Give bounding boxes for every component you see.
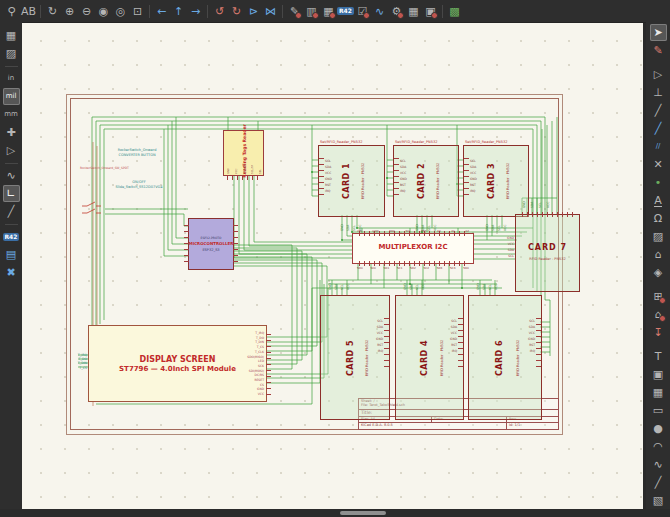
hidden-pins-icon[interactable]: ▷	[3, 142, 20, 159]
grid-overrides-icon[interactable]: ▨	[3, 45, 20, 62]
annotate-auto-icon[interactable]: R42	[3, 228, 20, 245]
text-icon[interactable]: T	[650, 348, 667, 365]
new-hier-sheet-icon[interactable]: ⊞	[650, 288, 667, 305]
net-label-icon[interactable]: A	[650, 192, 667, 209]
zoom-fit-page-icon[interactable]: ◉	[95, 3, 112, 20]
schematic-canvas[interactable]: Reading Tags Reader GNDVCCSDA/RXSCL/TXSE…	[22, 22, 643, 509]
line-icon[interactable]: ╱	[650, 474, 667, 491]
junction-icon[interactable]: •	[650, 174, 667, 191]
multiplexor-top-pins	[359, 231, 467, 236]
zoom-in-icon: ⊕	[65, 6, 74, 17]
badge-dot	[659, 315, 666, 322]
card-sheet-5[interactable]: CARD 5RFID Reader - PN532SCLSDAVCCGNDRST…	[320, 295, 390, 420]
card-sheet-7[interactable]: CARD 7RFID Reader - PN532GNDVCCSDASCL	[515, 214, 580, 292]
properties-panel-icon[interactable]: ✖	[3, 264, 20, 281]
no-connect-icon[interactable]: ✕	[650, 156, 667, 173]
bus-label-cluster: GNDSDASCLVCC	[403, 278, 425, 290]
units-inch-button[interactable]: in	[3, 70, 20, 87]
pin-label: VCC	[235, 165, 238, 174]
global-label-icon[interactable]: ◈	[650, 264, 667, 281]
nav-up-icon[interactable]: ↑	[170, 3, 187, 20]
draw-bus-icon: ╱	[655, 123, 662, 134]
image-icon[interactable]: ▧	[650, 492, 667, 509]
library-browser-icon[interactable]: ▥	[303, 3, 320, 20]
rotate-cw-icon[interactable]: ↻	[228, 3, 245, 20]
card-label: CARD 4	[420, 339, 429, 375]
switch-label-2-line2: Slide_Switch_SS12D07VG4	[108, 185, 170, 190]
rectangle-icon[interactable]: ▭	[650, 402, 667, 419]
line-mode-90-icon[interactable]: ∟	[3, 185, 20, 202]
microcontroller-symbol[interactable]: ESP32-PROTO MICROCONTROLLER ESP32_S3	[188, 218, 234, 270]
card-sheet-4[interactable]: CARD 4RFID Reader - PN532SCLSDAVCCGNDRST…	[395, 295, 464, 420]
nav-forward-icon[interactable]: →	[187, 3, 204, 20]
mirror-vertical-icon[interactable]: ⋈	[262, 3, 279, 20]
zoom-fit-objects-icon[interactable]: ◎	[112, 3, 129, 20]
line-mode-45-icon[interactable]: ╱	[3, 203, 20, 220]
arc-icon[interactable]: ◠	[650, 438, 667, 455]
toolbar-separator	[5, 66, 18, 67]
select-tool-icon[interactable]: ➤	[650, 24, 667, 41]
simulator-icon[interactable]: ∿	[371, 3, 388, 20]
bezier-icon[interactable]: ∿	[650, 456, 667, 473]
draw-bus-icon[interactable]: ╱	[650, 120, 667, 137]
find-replace-icon[interactable]: AB	[20, 3, 37, 20]
pin-label: IRQ	[528, 348, 535, 354]
symbol-fields-table-icon[interactable]: ▦	[320, 3, 337, 20]
line-mode-free-icon[interactable]: ∿	[3, 167, 20, 184]
erc-check-icon[interactable]: ☑	[354, 3, 371, 20]
zoom-selection-icon: ⊡	[133, 6, 142, 17]
hier-label-icon[interactable]: ⌂	[650, 246, 667, 263]
zoom-selection-icon[interactable]: ⊡	[129, 3, 146, 20]
assign-footprints-icon[interactable]: ▣	[422, 3, 439, 20]
sheet-pin-icon[interactable]: ⌂	[650, 306, 667, 323]
sim-tune-icon[interactable]: ⚙	[388, 3, 405, 20]
place-symbol-icon[interactable]: ▷	[650, 66, 667, 83]
place-power-icon[interactable]: ⊥	[650, 84, 667, 101]
display-title-line1: DISPLAY SCREEN	[140, 355, 216, 364]
card-left-pin-stubs	[394, 158, 399, 200]
table-icon[interactable]: ▦	[650, 384, 667, 401]
zoom-out-icon[interactable]: ⊖	[78, 3, 95, 20]
import-sheet-pin-icon[interactable]: ↧	[650, 324, 667, 341]
horizontal-scroll-thumb[interactable]	[340, 511, 386, 515]
zoom-in-icon[interactable]: ⊕	[61, 3, 78, 20]
annotate-icon[interactable]: R42	[337, 3, 354, 20]
open-pcb-editor-icon[interactable]: ▩	[446, 3, 463, 20]
rule-area-icon[interactable]: ▨	[650, 228, 667, 245]
card-sheet-1[interactable]: Set/RFID_Reader_PN532CARD 1RFID Reader -…	[318, 145, 385, 217]
refresh-view-icon[interactable]: ↻	[44, 3, 61, 20]
textbox-icon[interactable]: ▣	[650, 366, 667, 383]
card-top-pin-stubs	[522, 212, 573, 217]
card-left-pin-labels: SCLSDAVCCGNDRSTIRQ	[400, 158, 407, 194]
display-module[interactable]: DISPLAY SCREEN ST7796 — 4.0Inch SPI Modu…	[88, 325, 267, 402]
edit-properties-icon[interactable]: ✎	[286, 3, 303, 20]
mirror-horizontal-icon[interactable]: ⊳	[245, 3, 262, 20]
multiplexor-symbol[interactable]: MULTIPLEXOR I2C VINGNDSDASCLRSTA0A1A2 SD…	[352, 233, 474, 264]
highlight-net-icon[interactable]: ✎	[650, 42, 667, 59]
bus-entry-icon[interactable]: //	[650, 138, 667, 155]
tag-reader-module[interactable]: Reading Tags Reader GNDVCCSDA/RXSCL/TXSE…	[223, 130, 264, 176]
hierarchy-navigator-icon[interactable]: ▤	[3, 246, 20, 263]
grid-visibility-icon[interactable]: ▦	[3, 27, 20, 44]
cursor-shape-icon[interactable]: ✚	[3, 124, 20, 141]
card-sheet-3[interactable]: Set/RFID_Reader_PN532CARD 3RFID Reader -…	[463, 145, 529, 217]
nav-back-icon[interactable]: ←	[153, 3, 170, 20]
search-icon[interactable]: ⚲	[3, 3, 20, 20]
rotate-ccw-icon[interactable]: ↺	[211, 3, 228, 20]
circle-icon[interactable]: ●	[650, 420, 667, 437]
bus-net-label: SCL	[352, 219, 356, 231]
pin-label: SD1	[384, 266, 390, 270]
bus-net-label: SDA	[530, 196, 534, 208]
display-left-net-labels: T_IRQT_DOT_DINT_CS	[65, 353, 87, 370]
card-sheet-2[interactable]: Set/RFID_Reader_PN532CARD 2RFID Reader -…	[393, 145, 459, 217]
units-mil-button[interactable]: mil	[3, 88, 20, 105]
bom-table-icon[interactable]: ▦	[405, 3, 422, 20]
netclass-directive-icon[interactable]: Ω	[650, 210, 667, 227]
bus-net-label: VCC	[358, 219, 362, 231]
units-mm-button[interactable]: mm	[3, 106, 20, 123]
bus-net-label: VCC	[503, 219, 507, 231]
draw-wire-icon[interactable]: ╱	[650, 102, 667, 119]
search-icon: ⚲	[7, 6, 15, 17]
netclass-directive-icon: Ω	[654, 213, 662, 224]
card-sheet-6[interactable]: CARD 6RFID Reader - PN532SCLSDAVCCGNDRST…	[468, 295, 542, 420]
